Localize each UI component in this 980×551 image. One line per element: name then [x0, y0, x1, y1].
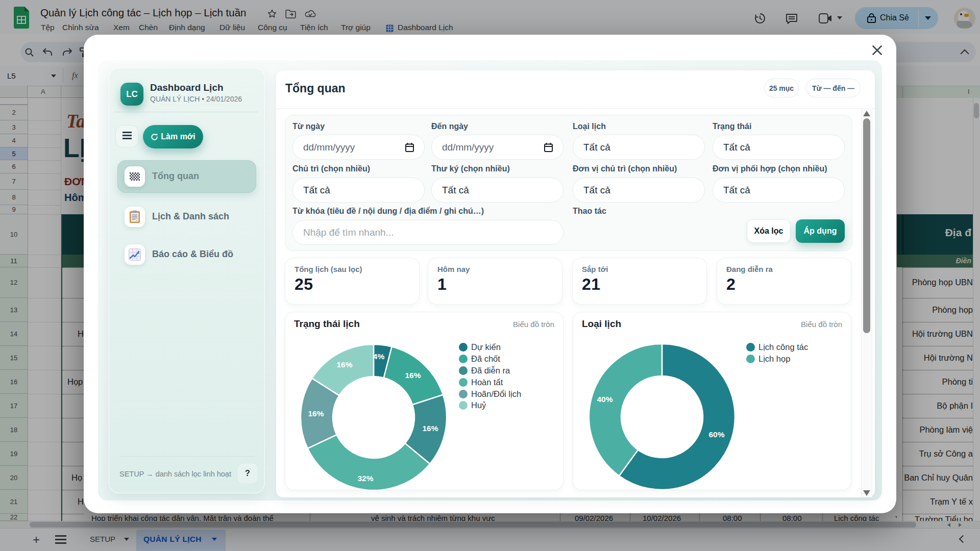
svg-text:16%: 16% [422, 424, 438, 433]
svg-text:16%: 16% [336, 360, 352, 369]
svg-text:4%: 4% [373, 352, 385, 361]
svg-text:60%: 60% [708, 430, 724, 439]
svg-text:16%: 16% [308, 409, 324, 418]
svg-text:40%: 40% [597, 395, 612, 404]
svg-text:32%: 32% [357, 474, 373, 483]
svg-text:16%: 16% [405, 371, 421, 380]
